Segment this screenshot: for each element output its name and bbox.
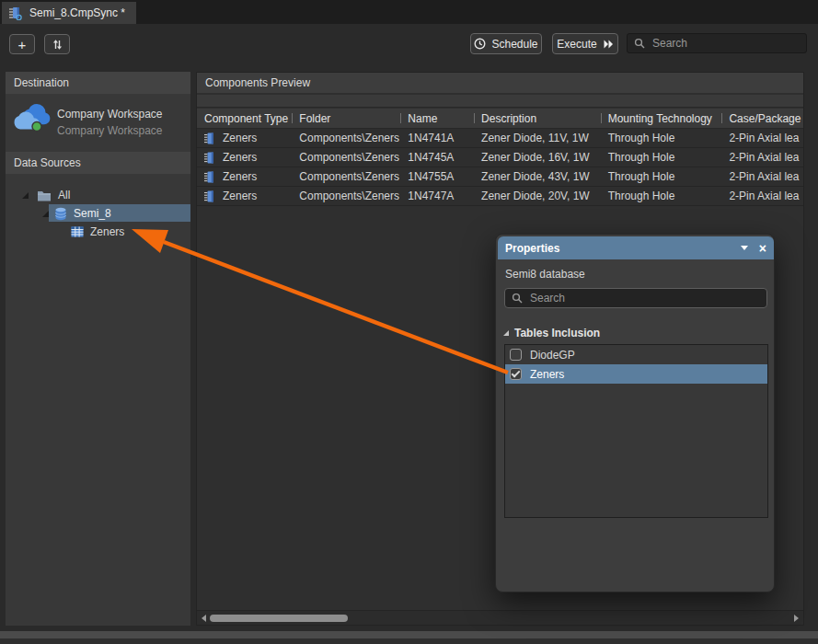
properties-search[interactable] <box>504 288 767 308</box>
component-icon <box>204 171 216 183</box>
destination-header-label: Destination <box>14 76 69 89</box>
tree-item-semi8[interactable]: Semi_8 <box>6 204 190 223</box>
components-preview-header: Components Preview <box>197 73 803 93</box>
column-header-folder[interactable]: Folder <box>292 109 400 128</box>
table-header-row: Component Type Folder Name Description M… <box>197 109 803 129</box>
properties-title-bar[interactable]: Properties × <box>498 236 774 259</box>
checkbox-unchecked[interactable] <box>510 349 522 361</box>
table-grid-icon <box>71 226 84 237</box>
cmpsync-document-icon <box>9 6 23 20</box>
horizontal-scrollbar[interactable] <box>197 610 803 625</box>
column-header-component-type[interactable]: Component Type <box>197 109 292 128</box>
properties-title: Properties <box>505 242 559 255</box>
database-icon <box>54 207 67 221</box>
execute-button[interactable]: Execute <box>552 33 618 54</box>
tree-item-all[interactable]: All <box>6 186 190 204</box>
left-panel: Destination Company Workspace Company Wo… <box>6 72 190 626</box>
close-icon[interactable]: × <box>759 242 766 255</box>
folder-icon <box>37 190 52 201</box>
tree-label-all: All <box>58 189 70 201</box>
tree-selection-highlight <box>49 204 190 222</box>
expand-triangle-icon[interactable] <box>22 192 29 199</box>
table-row[interactable]: Zeners Components\Zeners 1N4745A Zener D… <box>197 148 803 167</box>
components-preview-label: Components Preview <box>205 76 310 89</box>
tree-item-zeners[interactable]: Zeners <box>6 223 190 241</box>
scroll-left-arrow-icon[interactable] <box>202 615 206 622</box>
column-header-case-package[interactable]: Case/Package <box>721 109 803 128</box>
workspace-type: Company Workspace <box>57 124 163 137</box>
workspace-cloud-icon <box>13 101 53 132</box>
table-body: Zeners Components\Zeners 1N4741A Zener D… <box>197 129 803 206</box>
schedule-label: Schedule <box>491 38 537 51</box>
swap-direction-button[interactable] <box>44 34 70 54</box>
component-icon <box>204 190 216 202</box>
workspace-item[interactable]: Company Workspace Company Workspace <box>57 108 163 137</box>
properties-search-input[interactable] <box>528 291 760 305</box>
scroll-right-arrow-icon[interactable] <box>794 615 799 622</box>
tables-list: DiodeGP Zeners <box>504 344 768 518</box>
document-tab-bar: Semi_8.CmpSync * <box>0 0 818 24</box>
cmpsync-window: Semi_8.CmpSync * + Schedule Execute <box>0 0 818 644</box>
properties-popup: Properties × Semi8 database Tables Inclu… <box>495 234 775 592</box>
database-subtitle: Semi8 database <box>505 268 585 281</box>
group-by-band[interactable] <box>197 95 803 108</box>
table-row[interactable]: Zeners Components\Zeners 1N4755A Zener D… <box>197 167 803 187</box>
table-option-diodegp[interactable]: DiodeGP <box>505 345 767 364</box>
column-header-mounting-technology[interactable]: Mounting Technology <box>601 109 722 128</box>
execute-label: Execute <box>557 38 596 51</box>
table-row[interactable]: Zeners Components\Zeners 1N4747A Zener D… <box>197 187 803 206</box>
data-sources-header: Data Sources <box>6 152 190 174</box>
destination-header: Destination <box>6 72 190 94</box>
tree-label-zeners: Zeners <box>90 225 124 238</box>
tables-inclusion-section[interactable]: Tables Inclusion <box>503 327 600 339</box>
table-option-zeners[interactable]: Zeners <box>505 364 767 384</box>
clock-icon <box>474 38 486 50</box>
tables-inclusion-label: Tables Inclusion <box>514 327 600 339</box>
checkbox-checked[interactable] <box>510 368 522 380</box>
column-header-description[interactable]: Description <box>474 109 601 128</box>
tree-label-semi8: Semi_8 <box>74 207 111 220</box>
component-icon <box>204 152 216 164</box>
table-option-label: DiodeGP <box>530 349 575 362</box>
add-source-button[interactable]: + <box>9 34 35 54</box>
panel-dropdown-icon[interactable] <box>741 246 748 250</box>
column-header-name[interactable]: Name <box>400 109 474 128</box>
double-chevron-icon <box>603 40 614 49</box>
sync-arrows-icon <box>52 39 63 51</box>
search-icon <box>512 293 523 304</box>
plus-icon: + <box>18 37 27 52</box>
status-bar-lower <box>0 638 818 644</box>
tab-semi8-cmpsync[interactable]: Semi_8.CmpSync * <box>2 2 136 24</box>
workspace-name: Company Workspace <box>57 108 163 121</box>
component-icon <box>204 132 216 144</box>
search-icon <box>634 38 645 49</box>
scrollbar-thumb[interactable] <box>210 615 348 622</box>
table-row[interactable]: Zeners Components\Zeners 1N4741A Zener D… <box>197 129 803 148</box>
status-bar <box>0 631 818 638</box>
schedule-button[interactable]: Schedule <box>470 33 542 54</box>
toolbar-search-input[interactable] <box>651 36 800 51</box>
tab-title: Semi_8.CmpSync * <box>29 6 125 19</box>
expand-triangle-icon[interactable] <box>42 211 49 217</box>
table-option-label: Zeners <box>530 368 564 381</box>
toolbar-search[interactable] <box>627 33 807 53</box>
section-expand-triangle-icon[interactable] <box>503 330 509 336</box>
data-sources-header-label: Data Sources <box>14 156 81 169</box>
